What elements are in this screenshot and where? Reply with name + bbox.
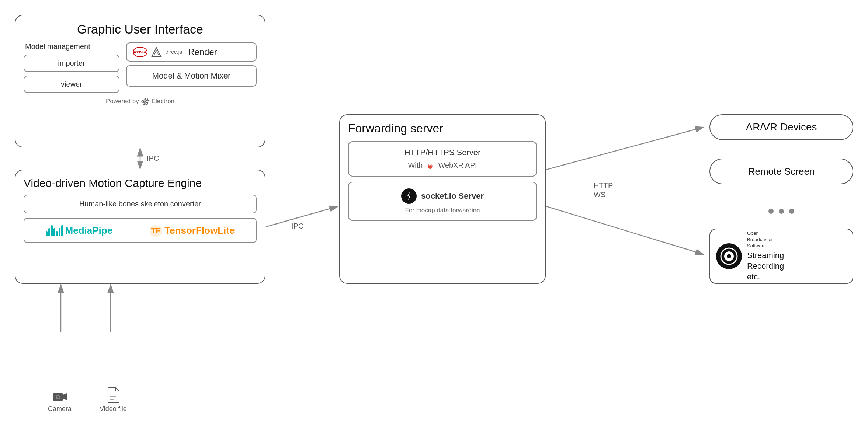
forwarding-server-box: Forwarding server HTTP/HTTPS Server With… bbox=[339, 114, 546, 284]
gui-box: Graphic User Interface Model management … bbox=[15, 15, 265, 147]
dot-1 bbox=[768, 209, 774, 214]
dot-2 bbox=[779, 209, 784, 214]
webgl-logo: WebGL bbox=[133, 47, 147, 57]
remote-screen-label: Remote Screen bbox=[748, 166, 815, 177]
viewer-box: viewer bbox=[24, 76, 119, 93]
logo-box: MediaPipe TF TensorFlowLite bbox=[24, 218, 257, 243]
fwd-title: Forwarding server bbox=[348, 122, 537, 135]
gui-inner: Model management importer viewer WebGL t bbox=[24, 42, 257, 93]
mp-bars-icon bbox=[46, 225, 63, 236]
powered-by-label: Powered by bbox=[106, 98, 139, 105]
webxr-icon bbox=[426, 160, 435, 170]
webxr-api-label: WebXR API bbox=[438, 161, 477, 170]
render-box: WebGL three.js Render bbox=[126, 42, 257, 62]
obs-logo-icon bbox=[720, 247, 738, 265]
mp-bar-3 bbox=[51, 225, 53, 236]
dots-row bbox=[709, 202, 853, 220]
svg-point-5 bbox=[144, 101, 146, 102]
obs-box: Open Broadcaster Software StreamingRecor… bbox=[709, 229, 853, 284]
video-file-group: Video file bbox=[100, 387, 127, 413]
tensorflow-icon: TF bbox=[149, 224, 162, 237]
electron-label: Electron bbox=[152, 98, 174, 105]
obs-text-col: Open Broadcaster Software StreamingRecor… bbox=[747, 230, 784, 282]
mp-bar-1 bbox=[46, 231, 48, 236]
dot-3 bbox=[789, 209, 794, 214]
mocap-box: Video-driven Motion Capture Engine Human… bbox=[15, 170, 265, 284]
obs-brand: Open Broadcaster Software bbox=[747, 230, 784, 249]
model-management-label: Model management bbox=[24, 42, 119, 51]
svg-text:HTTP: HTTP bbox=[594, 181, 613, 189]
svg-line-28 bbox=[546, 206, 704, 254]
obs-icon bbox=[716, 243, 742, 269]
mediapipe-label: MediaPipe bbox=[65, 225, 113, 236]
gui-title: Graphic User Interface bbox=[24, 22, 257, 36]
model-motion-box: Model & Motion Mixer bbox=[126, 65, 257, 87]
svg-text:WS: WS bbox=[594, 191, 605, 199]
mocap-title: Video-driven Motion Capture Engine bbox=[24, 177, 257, 189]
svg-marker-8 bbox=[407, 192, 411, 200]
diagram-container: Graphic User Interface Model management … bbox=[0, 0, 868, 435]
socketio-lightning-icon bbox=[404, 191, 414, 201]
svg-line-25 bbox=[266, 206, 338, 227]
socketio-icon bbox=[401, 188, 417, 204]
importer-box: importer bbox=[24, 55, 119, 72]
camera-group: Camera bbox=[48, 390, 72, 413]
mp-bar-4 bbox=[53, 228, 55, 236]
svg-point-15 bbox=[57, 396, 59, 398]
svg-line-27 bbox=[546, 127, 704, 170]
http-title: HTTP/HTTPS Server bbox=[355, 148, 530, 157]
powered-by: Powered by Electron bbox=[24, 97, 257, 105]
render-col: WebGL three.js Render Model & Motion Mix… bbox=[126, 42, 257, 93]
camera-label: Camera bbox=[48, 405, 72, 413]
socketio-label: socket.io Server bbox=[421, 191, 484, 201]
svg-text:IPC: IPC bbox=[291, 222, 303, 230]
svg-point-11 bbox=[727, 254, 731, 258]
threejs-label: three.js bbox=[165, 49, 182, 55]
mp-bar-2 bbox=[48, 228, 50, 236]
tflite-lite-text: Lite bbox=[218, 225, 235, 236]
tflite-label: TensorFlowLite bbox=[164, 225, 235, 236]
mediapipe-logo: MediaPipe bbox=[46, 225, 113, 236]
video-file-label: Video file bbox=[100, 405, 127, 413]
threejs-icon bbox=[151, 47, 162, 57]
model-management-col: Model management importer viewer bbox=[24, 42, 119, 93]
tflite-logo: TF TensorFlowLite bbox=[149, 224, 235, 237]
mp-bar-5 bbox=[56, 231, 58, 236]
with-label: With bbox=[408, 161, 423, 170]
socketio-row: socket.io Server bbox=[355, 188, 530, 204]
webgl-icon: WebGL bbox=[133, 47, 147, 57]
remote-screen-box: Remote Screen bbox=[709, 159, 853, 184]
video-file-icon bbox=[107, 387, 120, 403]
http-box: HTTP/HTTPS Server With WebXR API bbox=[348, 141, 537, 177]
skeleton-box: Human-like bones skeleton converter bbox=[24, 195, 257, 213]
obs-brand-broadcaster: Broadcaster bbox=[747, 237, 773, 242]
svg-text:TF: TF bbox=[151, 226, 161, 235]
socketio-box: socket.io Server For mocap data forwardi… bbox=[348, 182, 537, 221]
svg-marker-13 bbox=[63, 393, 67, 400]
svg-text:IPC: IPC bbox=[147, 154, 159, 162]
arvr-label: AR/VR Devices bbox=[746, 121, 817, 133]
obs-brand-software: Software bbox=[747, 243, 766, 248]
tflite-tf-text: TensorFlow bbox=[164, 225, 218, 236]
obs-brand-open: Open bbox=[747, 230, 759, 236]
render-label: Render bbox=[188, 47, 217, 57]
mp-bar-7 bbox=[61, 225, 63, 236]
socketio-desc: For mocap data forwarding bbox=[355, 207, 530, 214]
webxr-row: With WebXR API bbox=[355, 160, 530, 170]
camera-icon bbox=[52, 390, 67, 403]
obs-streaming-label: StreamingRecordingetc. bbox=[747, 250, 784, 282]
arvr-box: AR/VR Devices bbox=[709, 114, 853, 140]
electron-icon bbox=[141, 97, 149, 105]
mp-bar-6 bbox=[59, 228, 60, 236]
